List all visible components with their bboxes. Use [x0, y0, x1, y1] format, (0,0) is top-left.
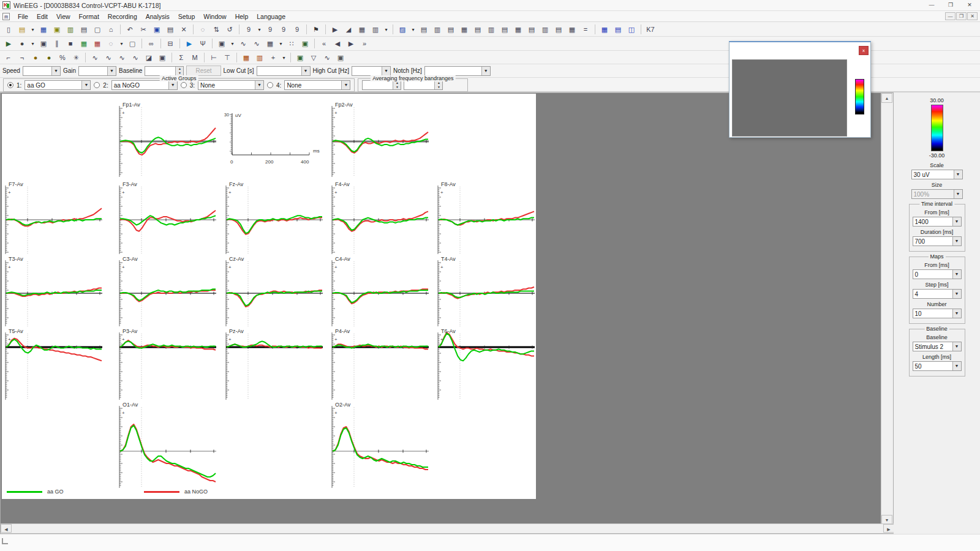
- spin-up-icon[interactable]: ▲: [176, 67, 183, 71]
- vertical-scrollbar[interactable]: ▲ ▼: [881, 93, 893, 525]
- corner-right-icon[interactable]: ¬: [16, 52, 28, 63]
- chevron-down-icon[interactable]: ▼: [952, 217, 961, 226]
- refresh-icon[interactable]: ↺: [224, 24, 236, 35]
- chevron-down-icon[interactable]: ▼: [954, 170, 962, 179]
- montage-green-icon[interactable]: ▦: [78, 38, 90, 49]
- k7-icon[interactable]: K7: [644, 24, 657, 35]
- cut-icon[interactable]: ✂: [137, 24, 149, 35]
- montage-icon[interactable]: ▨: [396, 24, 409, 35]
- chevron-down-icon[interactable]: ▼: [81, 81, 90, 89]
- spin-down-icon[interactable]: ▼: [435, 85, 442, 89]
- chevron-down-icon[interactable]: ▼: [341, 81, 350, 89]
- group-1-radio[interactable]: [7, 82, 13, 88]
- spin-down-icon[interactable]: ▼: [393, 85, 401, 89]
- list-blue-icon[interactable]: ▤: [612, 24, 624, 35]
- fork-icon[interactable]: Ψ: [197, 38, 209, 49]
- close-icon[interactable]: x: [859, 46, 869, 55]
- report-1-icon[interactable]: ▤: [418, 24, 430, 35]
- baseline-length-select[interactable]: 50▼: [913, 361, 962, 371]
- first-page-icon[interactable]: «: [318, 38, 330, 49]
- scroll-right-icon[interactable]: ▶: [883, 524, 894, 533]
- play-icon[interactable]: ▶: [2, 38, 15, 49]
- montage-red-icon[interactable]: ▦: [91, 38, 104, 49]
- wave-2-icon[interactable]: ∿: [251, 38, 263, 49]
- find-next-icon[interactable]: ⇅: [210, 24, 222, 35]
- flag-icon[interactable]: ⚑: [310, 24, 322, 35]
- map-fill-icon[interactable]: ◪: [143, 52, 155, 63]
- group-2-select[interactable]: aa NoGO▼: [111, 80, 178, 90]
- time-from-select[interactable]: 1400▼: [913, 217, 962, 227]
- chevron-down-icon[interactable]: ▼: [952, 309, 961, 318]
- events-dropdown-icon[interactable]: ▾: [229, 38, 236, 49]
- minimize-icon[interactable]: —: [923, 1, 940, 10]
- marker-bulb-icon[interactable]: ●: [29, 52, 42, 63]
- group-3-radio[interactable]: [181, 82, 187, 88]
- group-4-select[interactable]: None▼: [284, 80, 350, 90]
- spectra-table-icon[interactable]: ▦: [356, 24, 368, 35]
- attach-icon[interactable]: ⌂: [105, 24, 117, 35]
- report-7-icon[interactable]: ▤: [499, 24, 511, 35]
- print-icon[interactable]: ▤: [78, 24, 90, 35]
- montage-dropdown-icon[interactable]: ▾: [410, 24, 417, 35]
- spectra-grid-icon[interactable]: ▥: [369, 24, 382, 35]
- spectrum-3-icon[interactable]: ∿: [116, 52, 128, 63]
- print-preview-icon[interactable]: ▢: [91, 24, 104, 35]
- marker-bulb-2-icon[interactable]: ●: [43, 52, 55, 63]
- menu-edit[interactable]: Edit: [32, 12, 52, 21]
- menu-analysis[interactable]: Analysis: [141, 12, 174, 21]
- filter-icon[interactable]: ▽: [307, 52, 320, 63]
- split-icon[interactable]: ⊟: [164, 38, 176, 49]
- crosshair-dropdown-icon[interactable]: ▾: [281, 52, 287, 63]
- baseline-stepper[interactable]: ▲▼: [145, 66, 184, 76]
- spin-up-icon[interactable]: ▲: [393, 81, 401, 85]
- size-select[interactable]: 100%▼: [911, 189, 963, 199]
- dots-icon[interactable]: ∷: [285, 38, 298, 49]
- maps-step-select[interactable]: 4▼: [913, 289, 962, 299]
- band-to-stepper[interactable]: ▲▼: [404, 80, 443, 90]
- maps-number-select[interactable]: 10▼: [913, 309, 962, 318]
- band-from-stepper[interactable]: ▲▼: [362, 80, 401, 90]
- report-3-icon[interactable]: ▤: [445, 24, 457, 35]
- copy-icon[interactable]: ▣: [151, 24, 163, 35]
- copy-selection-icon[interactable]: ▣: [37, 38, 50, 49]
- detach-icon[interactable]: ▢: [126, 38, 138, 49]
- segments-dropdown-icon[interactable]: ▾: [277, 38, 284, 49]
- equals-icon[interactable]: =: [579, 24, 592, 35]
- report-6-icon[interactable]: ▥: [485, 24, 497, 35]
- pause-icon[interactable]: ∥: [51, 38, 63, 49]
- copy-record-icon[interactable]: ▥: [64, 24, 77, 35]
- chevron-down-icon[interactable]: ▼: [301, 67, 310, 75]
- gain-select[interactable]: ▼: [78, 66, 116, 76]
- open-dropdown-icon[interactable]: ▾: [29, 24, 36, 35]
- menu-setup[interactable]: Setup: [174, 12, 199, 21]
- chevron-down-icon[interactable]: ▼: [107, 67, 116, 75]
- spectrum-2-icon[interactable]: ∿: [102, 52, 115, 63]
- report-9-icon[interactable]: ▤: [526, 24, 538, 35]
- spin-down-icon[interactable]: ▼: [176, 71, 183, 75]
- baseline-source-select[interactable]: Stimulus 2▼: [913, 342, 962, 351]
- report-2-icon[interactable]: ▥: [431, 24, 443, 35]
- cursor-top-icon[interactable]: ⊤: [221, 52, 233, 63]
- low-cut-select[interactable]: ▼: [257, 66, 311, 76]
- new-document-icon[interactable]: ▯: [2, 24, 15, 35]
- duration-select[interactable]: 700▼: [913, 236, 962, 246]
- maps-from-select[interactable]: 0▼: [913, 269, 962, 279]
- zoom-icon[interactable]: ◌: [105, 38, 117, 49]
- corner-left-icon[interactable]: ⌐: [2, 52, 15, 63]
- settings-icon[interactable]: ✳: [70, 52, 82, 63]
- crosshair-icon[interactable]: +: [267, 52, 279, 63]
- report-5-icon[interactable]: ▤: [472, 24, 484, 35]
- final-box-icon[interactable]: ▣: [334, 52, 347, 63]
- table-blue-icon[interactable]: ▦: [598, 24, 611, 35]
- marker-dropdown-icon[interactable]: ▾: [256, 24, 263, 35]
- menu-language[interactable]: Language: [252, 12, 290, 21]
- wedge-icon[interactable]: ◢: [342, 24, 355, 35]
- paste-icon[interactable]: ▤: [164, 24, 176, 35]
- average-icon[interactable]: M: [189, 52, 201, 63]
- sum-icon[interactable]: Σ: [175, 52, 187, 63]
- reset-button[interactable]: Reset: [186, 66, 221, 76]
- spectrum-4-icon[interactable]: ∿: [129, 52, 141, 63]
- infinity-icon[interactable]: ∞: [145, 38, 157, 49]
- marker-back-icon[interactable]: 9: [243, 24, 255, 35]
- horizontal-scrollbar[interactable]: ◀ ▶: [1, 523, 894, 533]
